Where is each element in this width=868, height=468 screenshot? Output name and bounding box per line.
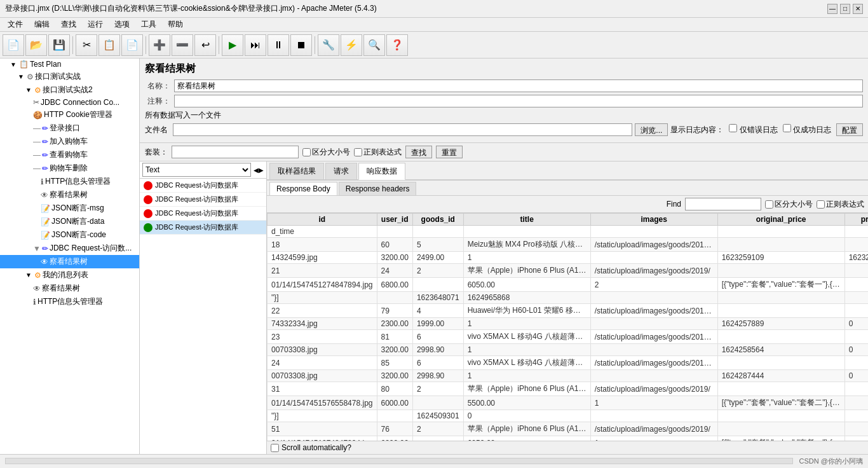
toolbar-start[interactable]: ▶ [222,34,243,56]
toolbar-clear[interactable]: ↩ [194,34,216,56]
toolbar-remove[interactable]: ➖ [172,34,193,56]
tree-item-interface-test2[interactable]: ▼ ⚙ 接口测试实战2 [0,83,139,97]
table-cell [844,422,868,436]
result-item-3[interactable]: JDBC Request-访问数据库 [140,221,266,235]
tree-item-result-tree2[interactable]: 👁 察看结果树 [0,255,139,268]
tree-item-result-tree3[interactable]: 👁 察看结果树 [0,282,139,295]
regex-option[interactable]: 正则表达式 [354,147,402,158]
find-input[interactable] [685,198,761,210]
error-log-checkbox[interactable] [729,124,737,132]
table-cell [717,238,844,252]
scroll-auto-label: Scroll automatically? [281,443,351,452]
maximize-button[interactable]: □ [840,4,850,14]
menu-edit[interactable]: 编辑 [29,18,55,31]
toolbar-remote[interactable]: ⚡ [341,34,362,56]
result-item-text-1: JDBC Request-访问数据库 [155,195,257,204]
find-regex-checkbox[interactable] [817,200,825,209]
window-controls: — □ ✕ [827,4,863,14]
browse-button[interactable]: 浏览... [635,123,668,136]
toolbar-add[interactable]: ➕ [149,34,170,56]
find-case-checkbox[interactable] [765,200,773,209]
reset-button[interactable]: 重置 [436,146,463,158]
toolbar-search[interactable]: 🔍 [363,34,385,56]
comment-input[interactable] [174,95,863,107]
result-item-0[interactable]: JDBC Request-访问数据库 [140,179,266,193]
tab-response-data[interactable]: 响应数据 [358,163,405,180]
display-type-dropdown[interactable]: Text [142,163,251,177]
tree-item-json-msg[interactable]: 📝 JSON断言-msg [0,202,139,215]
toolbar-new[interactable]: 📄 [3,34,24,56]
right-panel: 察看结果树 名称： 注释： 所有数据写入一个文件 文件名 浏览... 显示日志内… [140,59,868,454]
table-row: 24856vivo X5MAX L 移动4G 八核超薄大屏5.5寸双卡手机viv… [268,356,869,370]
sub-tab-response-headers[interactable]: Response headers [339,182,417,195]
toolbar-cut[interactable]: ✂ [76,34,97,56]
tree-item-result-tree1[interactable]: 👁 察看结果树 [0,188,139,202]
tree-item-label: JSON断言-code [51,230,106,240]
toolbar-open[interactable]: 📂 [25,34,47,56]
menu-find[interactable]: 查找 [56,18,81,31]
case-sensitive-option[interactable]: 区分大小号 [302,147,350,158]
table-cell: 1623259109 [717,252,844,264]
scroll-auto-checkbox[interactable] [271,444,279,452]
minimize-button[interactable]: — [827,4,837,14]
regex-checkbox[interactable] [354,148,362,156]
config-button[interactable]: 配置 [836,123,863,136]
tree-item-jdbc[interactable]: ✂ JDBC Connection Co... [0,97,139,108]
tree-item-header-mgr2[interactable]: ℹ HTTP信息头管理器 [0,295,139,308]
toolbar-settings[interactable]: 🔧 [318,34,339,56]
toolbar-start-no-pauses[interactable]: ⏭ [245,34,266,56]
table-cell [590,410,717,422]
find-regex-option[interactable]: 正则表达式 [817,199,864,210]
data-grid[interactable]: id user_id goods_id title images origina… [267,213,868,441]
menu-file[interactable]: 文件 [3,18,28,31]
toolbar-save[interactable]: 💾 [48,34,70,56]
table-cell: 0 [844,370,868,382]
table-cell [844,238,868,252]
success-log-option[interactable]: 仅成功日志 [783,124,831,135]
tree-item-cart-add[interactable]: — ✏ 加入购物车 [0,135,139,148]
find-case-option[interactable]: 区分大小号 [765,199,813,210]
toolbar-paste[interactable]: 📄 [121,34,143,56]
table-cell: [{"type":"套餐","value":"套餐二"},{"type":"颜色… [717,396,844,410]
table-cell: 1 [463,252,590,264]
menu-run[interactable]: 运行 [83,18,108,31]
tree-item-test-plan[interactable]: ▼ 📋 Test Plan [0,59,139,70]
table-cell: 6050.00 [463,436,590,441]
find-button[interactable]: 查找 [405,146,432,158]
tree-item-jdbc-request[interactable]: ▼ ✏ JDBC Request-访问数... [0,242,139,255]
tree-item-msg-list[interactable]: ▼ ⚙ 我的消息列表 [0,268,139,282]
error-log-option[interactable]: 仅错误日志 [729,124,777,135]
toolbar-help[interactable]: ❓ [386,34,408,56]
case-sensitive-checkbox[interactable] [302,148,311,156]
menu-tools[interactable]: 工具 [136,18,161,31]
toolbar-stop[interactable]: ⏹ [290,34,312,56]
menu-options[interactable]: 选项 [109,18,135,31]
tree-item-interface-test[interactable]: ▼ ⚙ 接口测试实战 [0,70,139,83]
file-input[interactable] [173,123,632,136]
toolbar-pause[interactable]: ⏸ [268,34,289,56]
tree-item-header-mgr[interactable]: ℹ HTTP信息头管理器 [0,175,139,188]
col-id: id [268,214,377,226]
tree-item-cart-view[interactable]: — ✏ 查看购物车 [0,148,139,162]
tab-request[interactable]: 请求 [325,163,357,179]
search-input[interactable] [172,146,299,158]
success-log-checkbox[interactable] [783,124,791,132]
menu-help[interactable]: 帮助 [163,18,188,31]
tree-item-login[interactable]: — ✏ 登录接口 [0,121,139,135]
horizontal-scrollbar[interactable] [5,458,793,464]
tree-item-cart-delete[interactable]: — ✏ 购物车删除 [0,162,139,175]
result-item-2[interactable]: JDBC Request-访问数据库 [140,207,266,221]
result-item-1[interactable]: JDBC Request-访问数据库 [140,193,266,207]
tab-sampler-result[interactable]: 取样器结果 [269,163,324,179]
toolbar-copy[interactable]: 📋 [98,34,120,56]
close-button[interactable]: ✕ [853,4,863,14]
name-input[interactable] [174,79,863,92]
tree-item-cookie[interactable]: 🍪 HTTP Cookie管理器 [0,108,139,121]
tree-item-json-code[interactable]: 📝 JSON断言-code [0,228,139,242]
sub-tab-response-body[interactable]: Response Body [269,182,337,195]
table-cell [844,292,868,304]
tree-item-json-data[interactable]: 📝 JSON断言-data [0,215,139,228]
table-cell: 79 [377,304,412,318]
search-label: 套装： [145,147,168,158]
table-cell: 00703308.jpg [268,344,377,356]
